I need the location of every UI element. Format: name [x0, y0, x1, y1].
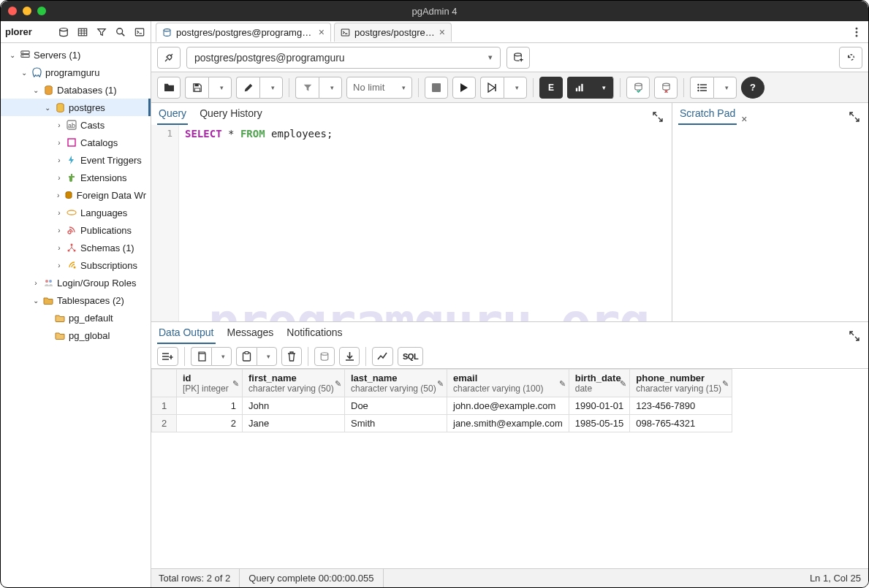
explain-options-button[interactable] — [567, 77, 591, 99]
sql-code[interactable]: SELECT * FROM employees; programguru.org — [179, 125, 672, 321]
tree-item[interactable]: ›abCasts — [1, 116, 151, 134]
query-tool-icon[interactable] — [56, 24, 72, 40]
connection-select[interactable]: postgres/postgres@programguru ▾ — [186, 47, 501, 69]
copy-button[interactable] — [191, 347, 211, 366]
save-dropdown[interactable]: ▾ — [208, 77, 232, 99]
maximize-window-icon[interactable] — [37, 7, 46, 15]
tree-item[interactable]: pg_default — [1, 309, 151, 327]
twisty-icon[interactable]: ⌄ — [30, 86, 42, 94]
tree-item[interactable]: ⌄postgres — [1, 99, 151, 116]
cell[interactable]: 1990-01-01 — [569, 397, 630, 415]
delete-row-button[interactable] — [281, 347, 302, 366]
cell[interactable]: Doe — [345, 397, 447, 415]
tree-item[interactable]: ›Languages — [1, 204, 151, 221]
stop-button[interactable] — [425, 77, 448, 99]
twisty-icon[interactable]: ⌄ — [42, 104, 53, 112]
save-file-button[interactable] — [185, 77, 208, 99]
tree-item[interactable]: ⌄Tablespaces (2) — [1, 291, 151, 309]
tree-item[interactable]: ›Event Triggers — [1, 151, 151, 169]
tab-messages[interactable]: Messages — [226, 324, 276, 344]
column-header[interactable]: last_namecharacter varying (50)✎ — [345, 370, 447, 397]
close-icon[interactable]: × — [439, 26, 445, 38]
twisty-icon[interactable]: › — [30, 279, 42, 287]
edit-button[interactable] — [236, 77, 259, 99]
cell[interactable]: Smith — [345, 415, 447, 432]
tab-query[interactable]: Query — [157, 104, 188, 125]
table-row[interactable]: 11JohnDoejohn.doe@example.com1990-01-011… — [152, 397, 732, 415]
tree-item[interactable]: ›Extensions — [1, 169, 151, 186]
scratch-content[interactable] — [672, 125, 868, 321]
twisty-icon[interactable]: ⌄ — [7, 51, 18, 59]
explain-options-dropdown[interactable]: ▾ — [591, 77, 614, 99]
close-icon[interactable]: × — [741, 113, 747, 125]
tree-item[interactable]: pg_global — [1, 327, 151, 344]
twisty-icon[interactable]: › — [53, 139, 65, 147]
explain-analyze-button[interactable]: E — [539, 77, 563, 99]
twisty-icon[interactable]: › — [53, 156, 65, 164]
tree-item[interactable]: ›Schemas (1) — [1, 239, 151, 256]
cell[interactable]: jane.smith@example.com — [447, 415, 569, 432]
sql-button[interactable]: SQL — [398, 347, 423, 366]
tab-notifications[interactable]: Notifications — [285, 324, 344, 344]
paste-button[interactable] — [236, 347, 257, 366]
cell[interactable]: 1 — [177, 397, 243, 415]
cell[interactable]: 1985-05-15 — [569, 415, 630, 432]
filter-dropdown[interactable]: ▾ — [319, 77, 342, 99]
edit-icon[interactable]: ✎ — [335, 378, 341, 388]
cell[interactable]: 123-456-7890 — [630, 397, 732, 415]
object-tree[interactable]: ⌄Servers (1)⌄programguru⌄Databases (1)⌄p… — [1, 43, 151, 587]
column-header[interactable]: phone_numbercharacter varying (15)✎ — [630, 370, 732, 397]
connection-status-icon[interactable] — [157, 47, 181, 69]
execute-button[interactable] — [452, 77, 476, 99]
twisty-icon[interactable]: › — [53, 261, 65, 270]
edit-dropdown[interactable]: ▾ — [259, 77, 283, 99]
tree-item[interactable]: ›Catalogs — [1, 134, 151, 151]
twisty-icon[interactable]: ⌄ — [18, 69, 30, 77]
minimize-window-icon[interactable] — [23, 7, 31, 15]
explain-button[interactable] — [480, 77, 504, 99]
expand-icon[interactable] — [849, 331, 862, 344]
column-header[interactable]: first_namecharacter varying (50)✎ — [243, 370, 345, 397]
copy-dropdown[interactable]: ▾ — [211, 347, 232, 366]
edit-icon[interactable]: ✎ — [620, 378, 626, 388]
twisty-icon[interactable]: › — [53, 174, 65, 182]
filter-rows-icon[interactable] — [94, 24, 110, 40]
explain-dropdown[interactable]: ▾ — [504, 77, 527, 99]
tab-query-tool[interactable]: postgres/postgres@programguru* × — [156, 23, 331, 42]
psql-tool-icon[interactable] — [132, 24, 148, 40]
cell[interactable]: 2 — [177, 415, 243, 432]
twisty-icon[interactable]: › — [53, 191, 64, 199]
cell[interactable]: Jane — [243, 415, 345, 432]
tree-item[interactable]: ⌄Databases (1) — [1, 81, 151, 99]
tree-item[interactable]: ⌄programguru — [1, 64, 151, 81]
tab-psql[interactable]: postgres/postgre… × — [334, 23, 452, 42]
filter-button[interactable] — [295, 77, 319, 99]
rollback-button[interactable] — [654, 77, 678, 99]
expand-icon[interactable] — [849, 112, 862, 125]
graph-visualizer-button[interactable] — [372, 347, 393, 366]
column-header[interactable]: emailcharacter varying (100)✎ — [447, 370, 569, 397]
twisty-icon[interactable]: › — [53, 244, 65, 252]
commit-button[interactable] — [626, 77, 650, 99]
tree-item[interactable]: ›Login/Group Roles — [1, 274, 151, 291]
edit-icon[interactable]: ✎ — [559, 378, 566, 388]
twisty-icon[interactable]: › — [53, 226, 65, 234]
twisty-icon[interactable]: ⌄ — [30, 297, 42, 305]
data-grid[interactable]: id[PK] integer✎first_namecharacter varyi… — [151, 369, 868, 568]
download-button[interactable] — [339, 347, 360, 366]
tree-item[interactable]: ›Publications — [1, 221, 151, 239]
open-file-button[interactable] — [157, 77, 181, 99]
expand-icon[interactable] — [653, 112, 666, 125]
cell[interactable]: john.doe@example.com — [447, 397, 569, 415]
tab-query-history[interactable]: Query History — [198, 104, 264, 125]
column-header[interactable]: id[PK] integer✎ — [177, 370, 243, 397]
sql-editor[interactable]: 1 SELECT * FROM employees; programguru.o… — [151, 125, 672, 321]
kebab-menu-icon[interactable] — [849, 25, 864, 39]
search-icon[interactable] — [113, 24, 129, 40]
twisty-icon[interactable]: › — [53, 209, 65, 217]
macros-dropdown[interactable]: ▾ — [713, 77, 737, 99]
edit-icon[interactable]: ✎ — [232, 378, 239, 388]
tree-item[interactable]: ›Subscriptions — [1, 256, 151, 274]
tab-data-output[interactable]: Data Output — [157, 324, 216, 344]
paste-dropdown[interactable]: ▾ — [257, 347, 277, 366]
